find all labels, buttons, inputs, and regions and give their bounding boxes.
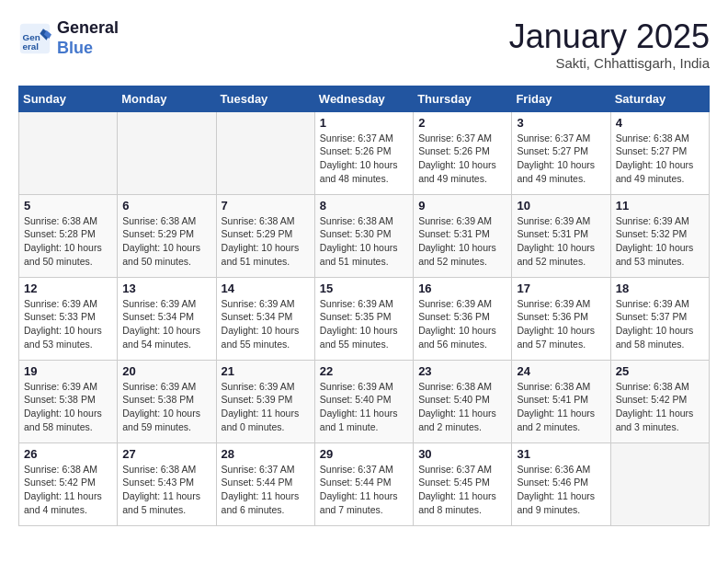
day-number: 6 bbox=[122, 199, 210, 213]
logo-text: General Blue bbox=[57, 18, 119, 58]
day-info: Sunrise: 6:39 AM Sunset: 5:31 PM Dayligh… bbox=[418, 214, 506, 269]
calendar-cell: 20Sunrise: 6:39 AM Sunset: 5:38 PM Dayli… bbox=[118, 360, 216, 442]
day-number: 9 bbox=[418, 199, 506, 213]
calendar-cell bbox=[216, 111, 314, 194]
day-info: Sunrise: 6:38 AM Sunset: 5:30 PM Dayligh… bbox=[320, 214, 408, 269]
day-number: 18 bbox=[616, 282, 704, 295]
day-number: 15 bbox=[320, 282, 408, 295]
calendar-cell: 21Sunrise: 6:39 AM Sunset: 5:39 PM Dayli… bbox=[216, 360, 314, 442]
calendar-cell: 24Sunrise: 6:38 AM Sunset: 5:41 PM Dayli… bbox=[512, 360, 610, 442]
calendar-table: SundayMondayTuesdayWednesdayThursdayFrid… bbox=[18, 86, 710, 526]
day-number: 31 bbox=[517, 447, 605, 461]
calendar-week-2: 5Sunrise: 6:38 AM Sunset: 5:28 PM Daylig… bbox=[19, 194, 710, 277]
day-number: 30 bbox=[418, 447, 506, 461]
day-info: Sunrise: 6:39 AM Sunset: 5:34 PM Dayligh… bbox=[122, 297, 210, 351]
logo-icon: Gen eral bbox=[18, 22, 51, 55]
day-info: Sunrise: 6:39 AM Sunset: 5:32 PM Dayligh… bbox=[616, 214, 704, 269]
day-number: 14 bbox=[222, 282, 310, 295]
weekday-header-friday: Friday bbox=[512, 86, 610, 111]
day-number: 12 bbox=[24, 282, 112, 295]
calendar-cell: 18Sunrise: 6:39 AM Sunset: 5:37 PM Dayli… bbox=[610, 277, 709, 360]
day-number: 3 bbox=[517, 116, 605, 130]
day-info: Sunrise: 6:38 AM Sunset: 5:27 PM Dayligh… bbox=[616, 132, 704, 186]
day-number: 25 bbox=[616, 364, 704, 378]
calendar-cell: 10Sunrise: 6:39 AM Sunset: 5:31 PM Dayli… bbox=[512, 194, 610, 277]
weekday-header-sunday: Sunday bbox=[19, 86, 118, 111]
calendar-cell: 31Sunrise: 6:36 AM Sunset: 5:46 PM Dayli… bbox=[512, 442, 610, 525]
day-number: 8 bbox=[320, 199, 408, 213]
day-number: 4 bbox=[616, 116, 704, 130]
day-number: 13 bbox=[122, 282, 210, 295]
weekday-header-row: SundayMondayTuesdayWednesdayThursdayFrid… bbox=[19, 86, 710, 111]
weekday-header-tuesday: Tuesday bbox=[216, 86, 314, 111]
calendar-week-1: 1Sunrise: 6:37 AM Sunset: 5:26 PM Daylig… bbox=[19, 111, 710, 194]
day-number: 20 bbox=[122, 364, 210, 378]
calendar-cell: 27Sunrise: 6:38 AM Sunset: 5:43 PM Dayli… bbox=[118, 442, 216, 525]
calendar-cell: 11Sunrise: 6:39 AM Sunset: 5:32 PM Dayli… bbox=[610, 194, 709, 277]
day-info: Sunrise: 6:39 AM Sunset: 5:35 PM Dayligh… bbox=[320, 297, 408, 351]
day-info: Sunrise: 6:39 AM Sunset: 5:31 PM Dayligh… bbox=[517, 214, 605, 269]
day-number: 23 bbox=[418, 364, 506, 378]
calendar-cell: 9Sunrise: 6:39 AM Sunset: 5:31 PM Daylig… bbox=[414, 194, 512, 277]
day-info: Sunrise: 6:39 AM Sunset: 5:34 PM Dayligh… bbox=[222, 297, 310, 351]
logo: Gen eral General Blue bbox=[18, 18, 119, 58]
day-number: 29 bbox=[320, 447, 408, 461]
day-info: Sunrise: 6:37 AM Sunset: 5:45 PM Dayligh… bbox=[418, 463, 506, 517]
day-info: Sunrise: 6:39 AM Sunset: 5:33 PM Dayligh… bbox=[24, 297, 112, 351]
day-number: 22 bbox=[320, 364, 408, 378]
calendar-cell: 6Sunrise: 6:38 AM Sunset: 5:29 PM Daylig… bbox=[118, 194, 216, 277]
day-info: Sunrise: 6:39 AM Sunset: 5:38 PM Dayligh… bbox=[24, 380, 112, 434]
calendar-cell: 16Sunrise: 6:39 AM Sunset: 5:36 PM Dayli… bbox=[414, 277, 512, 360]
calendar-cell: 19Sunrise: 6:39 AM Sunset: 5:38 PM Dayli… bbox=[19, 360, 118, 442]
calendar-week-3: 12Sunrise: 6:39 AM Sunset: 5:33 PM Dayli… bbox=[19, 277, 710, 360]
day-number: 17 bbox=[517, 282, 605, 295]
calendar-cell: 17Sunrise: 6:39 AM Sunset: 5:36 PM Dayli… bbox=[512, 277, 610, 360]
calendar-cell bbox=[19, 111, 118, 194]
weekday-header-monday: Monday bbox=[118, 86, 216, 111]
title-block: January 2025 Sakti, Chhattisgarh, India bbox=[509, 18, 710, 71]
day-number: 2 bbox=[418, 116, 506, 130]
calendar-cell bbox=[118, 111, 216, 194]
day-number: 1 bbox=[320, 116, 408, 130]
day-info: Sunrise: 6:38 AM Sunset: 5:40 PM Dayligh… bbox=[418, 380, 506, 434]
calendar-header: SundayMondayTuesdayWednesdayThursdayFrid… bbox=[19, 86, 710, 111]
calendar-cell: 30Sunrise: 6:37 AM Sunset: 5:45 PM Dayli… bbox=[414, 442, 512, 525]
day-number: 11 bbox=[616, 199, 704, 213]
day-info: Sunrise: 6:39 AM Sunset: 5:39 PM Dayligh… bbox=[222, 380, 310, 434]
day-info: Sunrise: 6:36 AM Sunset: 5:46 PM Dayligh… bbox=[517, 463, 605, 517]
calendar-cell: 14Sunrise: 6:39 AM Sunset: 5:34 PM Dayli… bbox=[216, 277, 314, 360]
month-title: January 2025 bbox=[509, 18, 710, 55]
calendar-cell bbox=[610, 442, 709, 525]
calendar-cell: 15Sunrise: 6:39 AM Sunset: 5:35 PM Dayli… bbox=[314, 277, 413, 360]
day-number: 21 bbox=[222, 364, 310, 378]
calendar-cell: 28Sunrise: 6:37 AM Sunset: 5:44 PM Dayli… bbox=[216, 442, 314, 525]
calendar-cell: 8Sunrise: 6:38 AM Sunset: 5:30 PM Daylig… bbox=[314, 194, 413, 277]
day-info: Sunrise: 6:39 AM Sunset: 5:37 PM Dayligh… bbox=[616, 297, 704, 351]
svg-text:eral: eral bbox=[23, 40, 40, 51]
calendar-cell: 1Sunrise: 6:37 AM Sunset: 5:26 PM Daylig… bbox=[314, 111, 413, 194]
calendar-cell: 26Sunrise: 6:38 AM Sunset: 5:42 PM Dayli… bbox=[19, 442, 118, 525]
calendar-cell: 5Sunrise: 6:38 AM Sunset: 5:28 PM Daylig… bbox=[19, 194, 118, 277]
calendar-cell: 12Sunrise: 6:39 AM Sunset: 5:33 PM Dayli… bbox=[19, 277, 118, 360]
day-info: Sunrise: 6:38 AM Sunset: 5:29 PM Dayligh… bbox=[222, 214, 310, 269]
day-number: 26 bbox=[24, 447, 112, 461]
calendar-cell: 13Sunrise: 6:39 AM Sunset: 5:34 PM Dayli… bbox=[118, 277, 216, 360]
calendar-cell: 23Sunrise: 6:38 AM Sunset: 5:40 PM Dayli… bbox=[414, 360, 512, 442]
calendar-cell: 4Sunrise: 6:38 AM Sunset: 5:27 PM Daylig… bbox=[610, 111, 709, 194]
day-number: 5 bbox=[24, 199, 112, 213]
weekday-header-wednesday: Wednesday bbox=[314, 86, 413, 111]
calendar-cell: 2Sunrise: 6:37 AM Sunset: 5:26 PM Daylig… bbox=[414, 111, 512, 194]
day-info: Sunrise: 6:38 AM Sunset: 5:28 PM Dayligh… bbox=[24, 214, 112, 269]
day-info: Sunrise: 6:38 AM Sunset: 5:43 PM Dayligh… bbox=[122, 463, 210, 517]
weekday-header-saturday: Saturday bbox=[610, 86, 709, 111]
calendar-cell: 3Sunrise: 6:37 AM Sunset: 5:27 PM Daylig… bbox=[512, 111, 610, 194]
day-info: Sunrise: 6:38 AM Sunset: 5:42 PM Dayligh… bbox=[616, 380, 704, 434]
weekday-header-thursday: Thursday bbox=[414, 86, 512, 111]
day-info: Sunrise: 6:39 AM Sunset: 5:36 PM Dayligh… bbox=[517, 297, 605, 351]
day-number: 19 bbox=[24, 364, 112, 378]
day-info: Sunrise: 6:38 AM Sunset: 5:42 PM Dayligh… bbox=[24, 463, 112, 517]
calendar-cell: 22Sunrise: 6:39 AM Sunset: 5:40 PM Dayli… bbox=[314, 360, 413, 442]
calendar-cell: 25Sunrise: 6:38 AM Sunset: 5:42 PM Dayli… bbox=[610, 360, 709, 442]
day-number: 7 bbox=[222, 199, 310, 213]
page-header: Gen eral General Blue January 2025 Sakti… bbox=[18, 18, 710, 71]
